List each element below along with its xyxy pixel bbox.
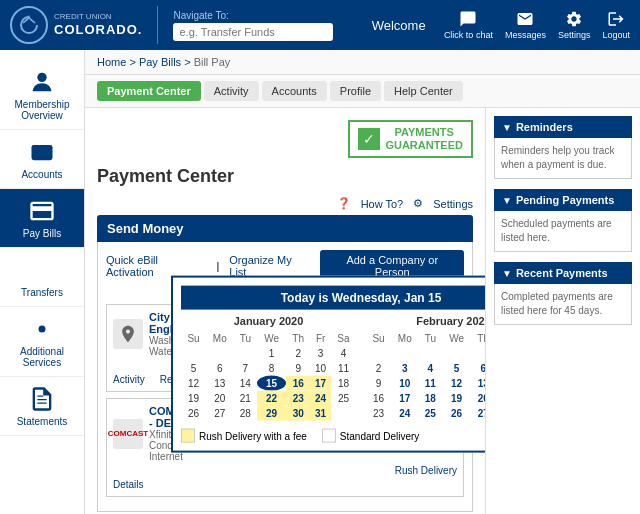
- jan-day[interactable]: 28: [234, 406, 258, 421]
- feb-day[interactable]: 6: [471, 361, 485, 376]
- feb-day[interactable]: 16: [366, 391, 391, 406]
- jan-day[interactable]: 11: [331, 361, 356, 376]
- jan-day[interactable]: 17: [310, 376, 331, 391]
- jan-day[interactable]: 19: [181, 391, 206, 406]
- jan-day[interactable]: 9: [286, 361, 310, 376]
- feb-day[interactable]: 12: [442, 376, 471, 391]
- sidebar-item-statements[interactable]: Statements: [0, 377, 84, 436]
- payee-2-rush-delivery[interactable]: Rush Delivery: [113, 465, 457, 476]
- tab-payment-center[interactable]: Payment Center: [97, 81, 201, 101]
- jan-day[interactable]: 26: [181, 406, 206, 421]
- jan-day[interactable]: 14: [234, 376, 258, 391]
- jan-day[interactable]: 4: [331, 346, 356, 361]
- jan-day[interactable]: 31: [310, 406, 331, 421]
- jan-day[interactable]: 16: [286, 376, 310, 391]
- jan-day[interactable]: 8: [257, 361, 286, 376]
- payee-2-details-link[interactable]: Details: [113, 479, 144, 490]
- jan-day[interactable]: 10: [310, 361, 331, 376]
- tab-accounts[interactable]: Accounts: [262, 81, 327, 101]
- sidebar-item-accounts[interactable]: Accounts: [0, 130, 84, 189]
- jan-day[interactable]: [331, 406, 356, 421]
- reminders-header[interactable]: ▼ Reminders: [494, 116, 632, 138]
- jan-day[interactable]: [234, 346, 258, 361]
- jan-day[interactable]: 20: [206, 391, 234, 406]
- jan-day[interactable]: 7: [234, 361, 258, 376]
- payee-1-activity-link[interactable]: Activity: [113, 374, 145, 385]
- page-title: Payment Center: [97, 166, 473, 187]
- feb-day[interactable]: 26: [442, 406, 471, 421]
- pending-payments-header[interactable]: ▼ Pending Payments: [494, 189, 632, 211]
- how-to-link[interactable]: How To?: [361, 198, 404, 210]
- jan-day[interactable]: 3: [310, 346, 331, 361]
- nav-input[interactable]: [173, 23, 333, 41]
- jan-day[interactable]: 6: [206, 361, 234, 376]
- tab-help-center[interactable]: Help Center: [384, 81, 463, 101]
- jan-day[interactable]: 27: [206, 406, 234, 421]
- feb-day[interactable]: 18: [419, 391, 443, 406]
- jan-day[interactable]: 1: [257, 346, 286, 361]
- feb-day[interactable]: [442, 346, 471, 361]
- tab-activity[interactable]: Activity: [204, 81, 259, 101]
- recent-arrow-icon: ▼: [502, 268, 512, 279]
- feb-day[interactable]: 13: [471, 376, 485, 391]
- feb-day[interactable]: 19: [442, 391, 471, 406]
- feb-day[interactable]: 11: [419, 376, 443, 391]
- feb-day[interactable]: [471, 346, 485, 361]
- jan-day[interactable]: 2: [286, 346, 310, 361]
- feb-day[interactable]: 4: [419, 361, 443, 376]
- feb-day[interactable]: 27: [471, 406, 485, 421]
- jan-day[interactable]: [206, 346, 234, 361]
- main-panel: ✓ PAYMENTS GUARANTEED Payment Center ❓ H…: [85, 108, 485, 514]
- jan-day[interactable]: 5: [181, 361, 206, 376]
- feb-day[interactable]: 17: [391, 391, 419, 406]
- recent-payments-header[interactable]: ▼ Recent Payments: [494, 262, 632, 284]
- jan-day[interactable]: 21: [234, 391, 258, 406]
- sidebar-item-pay-bills[interactable]: Pay Bills: [0, 189, 84, 248]
- jan-day[interactable]: 29: [257, 406, 286, 421]
- click-to-chat-button[interactable]: Click to chat: [444, 10, 493, 40]
- messages-button[interactable]: Messages: [505, 10, 546, 40]
- feb-day[interactable]: [419, 346, 443, 361]
- breadcrumb-home[interactable]: Home: [97, 56, 126, 68]
- nav-label: Navigate To:: [173, 10, 333, 21]
- right-panel: ▼ Reminders Reminders help you track whe…: [485, 108, 640, 514]
- logo-text: CREDIT UNION COLORADO.: [54, 12, 142, 37]
- feb-day[interactable]: 5: [442, 361, 471, 376]
- jan-day[interactable]: 12: [181, 376, 206, 391]
- jan-day-today[interactable]: 15: [257, 376, 286, 391]
- tab-profile[interactable]: Profile: [330, 81, 381, 101]
- svg-rect-1: [32, 145, 53, 160]
- jan-day[interactable]: 23: [286, 391, 310, 406]
- jan-day[interactable]: 30: [286, 406, 310, 421]
- settings-link[interactable]: Settings: [433, 198, 473, 210]
- sidebar-item-additional-services[interactable]: Additional Services: [0, 307, 84, 377]
- feb-day[interactable]: 10: [391, 376, 419, 391]
- jan-day[interactable]: 13: [206, 376, 234, 391]
- feb-day[interactable]: [366, 346, 391, 361]
- sidebar-item-membership[interactable]: Membership Overview: [0, 60, 84, 130]
- jan-day[interactable]: 22: [257, 391, 286, 406]
- sidebar-item-transfers[interactable]: Transfers: [0, 248, 84, 307]
- pg-check-icon: ✓: [358, 128, 380, 150]
- payee-1-icon: [113, 319, 143, 349]
- jan-day[interactable]: 18: [331, 376, 356, 391]
- jan-day[interactable]: 25: [331, 391, 356, 406]
- feb-day[interactable]: 25: [419, 406, 443, 421]
- feb-day[interactable]: 24: [391, 406, 419, 421]
- feb-day[interactable]: 23: [366, 406, 391, 421]
- jan-day[interactable]: 24: [310, 391, 331, 406]
- feb-day[interactable]: 9: [366, 376, 391, 391]
- pending-arrow-icon: ▼: [502, 195, 512, 206]
- feb-day[interactable]: [391, 346, 419, 361]
- feb-day[interactable]: 2: [366, 361, 391, 376]
- logout-button[interactable]: Logout: [602, 10, 630, 40]
- calendar-january: January 2020 Su Mo Tu We Th: [181, 315, 356, 421]
- pending-payments-section: ▼ Pending Payments Scheduled payments ar…: [494, 189, 632, 252]
- breadcrumb-pay-bills[interactable]: Pay Bills: [139, 56, 181, 68]
- settings-button[interactable]: Settings: [558, 10, 591, 40]
- feb-day[interactable]: 3: [391, 361, 419, 376]
- colorado-text: COLORADO.: [54, 22, 142, 38]
- reminders-section: ▼ Reminders Reminders help you track whe…: [494, 116, 632, 179]
- feb-day[interactable]: 20: [471, 391, 485, 406]
- jan-day[interactable]: [181, 346, 206, 361]
